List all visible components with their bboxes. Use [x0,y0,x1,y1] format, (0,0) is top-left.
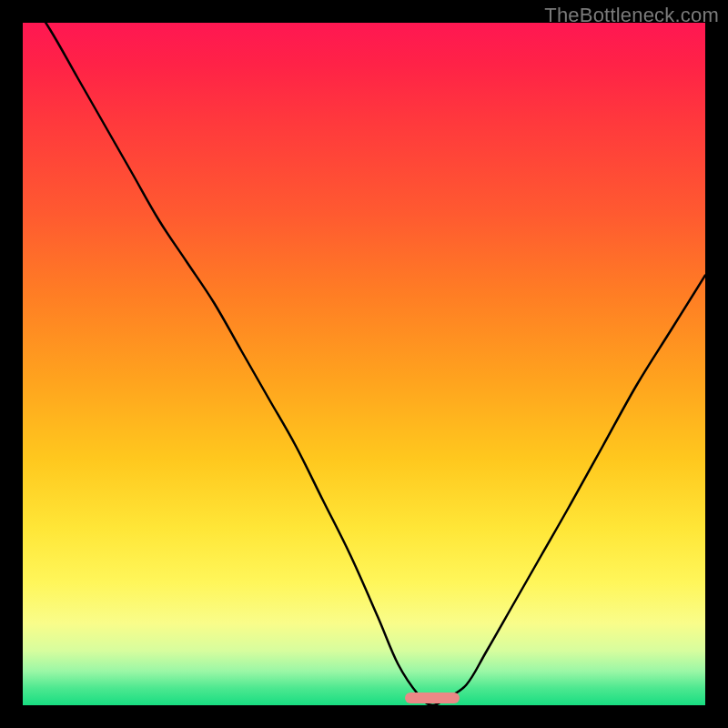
watermark-text: TheBottleneck.com [544,4,719,27]
plot-area [23,23,705,705]
minimum-marker [405,693,460,703]
bottleneck-curve [23,23,705,705]
chart-stage: TheBottleneck.com [0,0,728,728]
